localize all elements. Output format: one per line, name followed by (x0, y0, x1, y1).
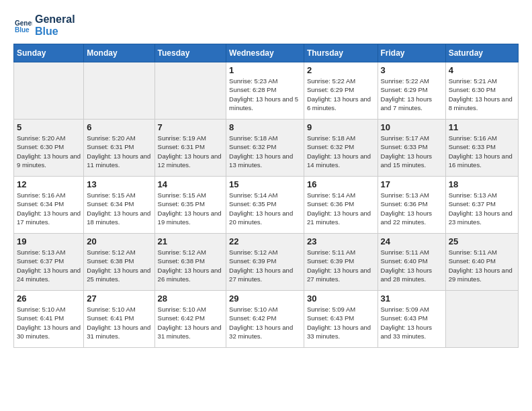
day-info: Sunrise: 5:15 AMSunset: 6:35 PMDaylight:… (158, 191, 222, 226)
day-info: Sunrise: 5:09 AMSunset: 6:43 PMDaylight:… (307, 306, 371, 340)
logo-line2: Blue (35, 26, 75, 38)
day-info: Sunrise: 5:20 AMSunset: 6:30 PMDaylight:… (17, 134, 81, 169)
day-number: 16 (307, 179, 375, 189)
day-number: 19 (17, 236, 81, 246)
day-info: Sunrise: 5:22 AMSunset: 6:29 PMDaylight:… (381, 77, 433, 111)
day-number: 28 (158, 293, 224, 304)
day-info: Sunrise: 5:21 AMSunset: 6:30 PMDaylight:… (449, 77, 513, 111)
day-info: Sunrise: 5:10 AMSunset: 6:42 PMDaylight:… (229, 306, 293, 340)
day-info: Sunrise: 5:20 AMSunset: 6:31 PMDaylight:… (87, 134, 150, 169)
calendar-day: 16 Sunrise: 5:14 AMSunset: 6:36 PMDaylig… (304, 177, 378, 234)
day-number: 11 (449, 122, 515, 132)
calendar-day: 30 Sunrise: 5:09 AMSunset: 6:43 PMDaylig… (304, 291, 378, 348)
calendar-week-4: 19 Sunrise: 5:13 AMSunset: 6:37 PMDaylig… (14, 234, 519, 291)
calendar-day: 4 Sunrise: 5:21 AMSunset: 6:30 PMDayligh… (445, 62, 518, 120)
logo: General Blue General Blue (13, 13, 75, 37)
day-number: 31 (381, 293, 443, 304)
day-number: 25 (449, 236, 515, 246)
day-info: Sunrise: 5:17 AMSunset: 6:33 PMDaylight:… (381, 134, 433, 169)
calendar-day: 21 Sunrise: 5:12 AMSunset: 6:38 PMDaylig… (154, 234, 226, 291)
calendar-day: 3 Sunrise: 5:22 AMSunset: 6:29 PMDayligh… (378, 62, 445, 120)
calendar-day: 29 Sunrise: 5:10 AMSunset: 6:42 PMDaylig… (226, 291, 304, 348)
calendar-day: 28 Sunrise: 5:10 AMSunset: 6:42 PMDaylig… (154, 291, 226, 348)
calendar-day: 12 Sunrise: 5:16 AMSunset: 6:34 PMDaylig… (14, 177, 84, 234)
day-info: Sunrise: 5:15 AMSunset: 6:34 PMDaylight:… (87, 191, 150, 226)
calendar-week-3: 12 Sunrise: 5:16 AMSunset: 6:34 PMDaylig… (14, 177, 519, 234)
calendar-day: 25 Sunrise: 5:11 AMSunset: 6:40 PMDaylig… (445, 234, 518, 291)
calendar-day: 6 Sunrise: 5:20 AMSunset: 6:31 PMDayligh… (84, 120, 154, 177)
header: General Blue General Blue (13, 13, 519, 37)
day-info: Sunrise: 5:16 AMSunset: 6:34 PMDaylight:… (17, 191, 81, 226)
header-saturday: Saturday (445, 44, 518, 62)
day-info: Sunrise: 5:13 AMSunset: 6:37 PMDaylight:… (17, 248, 81, 283)
header-wednesday: Wednesday (226, 44, 304, 62)
day-info: Sunrise: 5:16 AMSunset: 6:33 PMDaylight:… (449, 134, 513, 169)
logo-icon: General Blue (13, 16, 32, 35)
header-friday: Friday (378, 44, 445, 62)
calendar-day: 22 Sunrise: 5:12 AMSunset: 6:39 PMDaylig… (226, 234, 304, 291)
day-number: 17 (381, 179, 443, 189)
calendar-day: 31 Sunrise: 5:09 AMSunset: 6:43 PMDaylig… (378, 291, 445, 348)
calendar-week-2: 5 Sunrise: 5:20 AMSunset: 6:30 PMDayligh… (14, 120, 519, 177)
calendar-day: 15 Sunrise: 5:14 AMSunset: 6:35 PMDaylig… (226, 177, 304, 234)
header-monday: Monday (84, 44, 154, 62)
svg-text:Blue: Blue (15, 26, 30, 34)
calendar-day: 1 Sunrise: 5:23 AMSunset: 6:28 PMDayligh… (226, 62, 304, 120)
calendar-week-1: 1 Sunrise: 5:23 AMSunset: 6:28 PMDayligh… (14, 62, 519, 120)
calendar-day: 24 Sunrise: 5:11 AMSunset: 6:40 PMDaylig… (378, 234, 445, 291)
day-info: Sunrise: 5:10 AMSunset: 6:41 PMDaylight:… (17, 306, 81, 340)
calendar-day: 5 Sunrise: 5:20 AMSunset: 6:30 PMDayligh… (14, 120, 84, 177)
day-number: 6 (87, 122, 151, 132)
day-info: Sunrise: 5:18 AMSunset: 6:32 PMDaylight:… (307, 134, 371, 169)
day-number: 27 (87, 293, 151, 304)
logo-line1: General (35, 13, 75, 26)
day-info: Sunrise: 5:12 AMSunset: 6:38 PMDaylight:… (87, 248, 150, 283)
calendar-day: 11 Sunrise: 5:16 AMSunset: 6:33 PMDaylig… (445, 120, 518, 177)
calendar-day: 23 Sunrise: 5:11 AMSunset: 6:39 PMDaylig… (304, 234, 378, 291)
day-info: Sunrise: 5:22 AMSunset: 6:29 PMDaylight:… (307, 77, 371, 111)
day-number: 23 (307, 236, 375, 246)
day-number: 24 (381, 236, 443, 246)
day-number: 18 (449, 179, 515, 189)
header-sunday: Sunday (14, 44, 84, 62)
day-info: Sunrise: 5:10 AMSunset: 6:42 PMDaylight:… (158, 306, 222, 340)
calendar-header-row: SundayMondayTuesdayWednesdayThursdayFrid… (14, 44, 519, 62)
header-thursday: Thursday (304, 44, 378, 62)
day-number: 14 (158, 179, 224, 189)
day-number: 1 (229, 65, 301, 75)
day-number: 3 (381, 65, 443, 75)
day-number: 30 (307, 293, 375, 304)
calendar-day: 8 Sunrise: 5:18 AMSunset: 6:32 PMDayligh… (226, 120, 304, 177)
day-number: 13 (87, 179, 151, 189)
day-info: Sunrise: 5:09 AMSunset: 6:43 PMDaylight:… (381, 306, 433, 340)
day-number: 8 (229, 122, 301, 132)
day-info: Sunrise: 5:11 AMSunset: 6:40 PMDaylight:… (381, 248, 433, 283)
day-number: 20 (87, 236, 151, 246)
calendar-day: 9 Sunrise: 5:18 AMSunset: 6:32 PMDayligh… (304, 120, 378, 177)
day-number: 4 (449, 65, 515, 75)
calendar-table: SundayMondayTuesdayWednesdayThursdayFrid… (13, 44, 519, 348)
day-info: Sunrise: 5:11 AMSunset: 6:40 PMDaylight:… (449, 248, 513, 283)
day-info: Sunrise: 5:23 AMSunset: 6:28 PMDaylight:… (229, 77, 298, 111)
calendar-day: 13 Sunrise: 5:15 AMSunset: 6:34 PMDaylig… (84, 177, 154, 234)
day-number: 10 (381, 122, 443, 132)
day-info: Sunrise: 5:13 AMSunset: 6:36 PMDaylight:… (381, 191, 433, 226)
day-number: 29 (229, 293, 301, 304)
day-info: Sunrise: 5:14 AMSunset: 6:35 PMDaylight:… (229, 191, 293, 226)
day-number: 21 (158, 236, 224, 246)
calendar-week-5: 26 Sunrise: 5:10 AMSunset: 6:41 PMDaylig… (14, 291, 519, 348)
day-info: Sunrise: 5:13 AMSunset: 6:37 PMDaylight:… (449, 191, 513, 226)
day-number: 5 (17, 122, 81, 132)
calendar-day: 26 Sunrise: 5:10 AMSunset: 6:41 PMDaylig… (14, 291, 84, 348)
calendar-day: 14 Sunrise: 5:15 AMSunset: 6:35 PMDaylig… (154, 177, 226, 234)
calendar-day (84, 62, 154, 120)
day-info: Sunrise: 5:12 AMSunset: 6:38 PMDaylight:… (158, 248, 222, 283)
day-info: Sunrise: 5:19 AMSunset: 6:31 PMDaylight:… (158, 134, 222, 169)
day-info: Sunrise: 5:12 AMSunset: 6:39 PMDaylight:… (229, 248, 293, 283)
day-number: 15 (229, 179, 301, 189)
calendar-day: 7 Sunrise: 5:19 AMSunset: 6:31 PMDayligh… (154, 120, 226, 177)
header-tuesday: Tuesday (154, 44, 226, 62)
calendar-day: 2 Sunrise: 5:22 AMSunset: 6:29 PMDayligh… (304, 62, 378, 120)
day-number: 7 (158, 122, 224, 132)
day-number: 22 (229, 236, 301, 246)
